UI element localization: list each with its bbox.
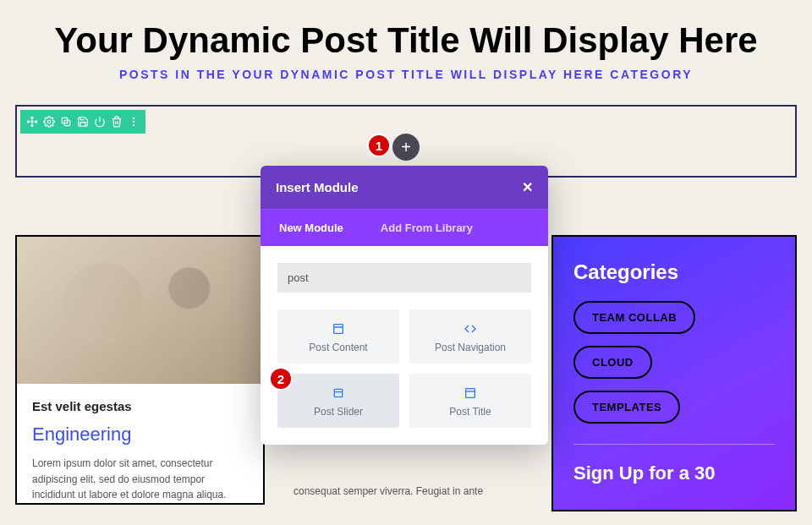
insert-module-modal: Insert Module ✕ New Module Add From Libr… xyxy=(261,166,548,445)
module-post-content[interactable]: Post Content xyxy=(277,309,399,364)
module-label: Post Title xyxy=(416,406,524,418)
svg-rect-11 xyxy=(466,389,475,398)
module-label: Post Content xyxy=(284,342,392,353)
module-search-input[interactable] xyxy=(277,263,531,293)
sidebar: Categories TEAM COLLAB CLOUD TEMPLATES S… xyxy=(551,235,797,511)
svg-point-5 xyxy=(133,121,134,123)
post-card[interactable]: Est velit egestas Engineering Lorem ipsu… xyxy=(15,235,265,505)
sidebar-heading: Categories xyxy=(573,260,775,284)
sidebar-divider xyxy=(573,444,775,445)
page-subtitle: POSTS IN THE YOUR DYNAMIC POST TITLE WIL… xyxy=(0,68,812,81)
modal-title: Insert Module xyxy=(276,180,359,194)
annotation-badge-1: 1 xyxy=(367,134,391,157)
trash-icon[interactable] xyxy=(108,113,125,130)
category-pill-cloud[interactable]: CLOUD xyxy=(573,346,652,379)
gear-icon[interactable] xyxy=(41,113,58,130)
close-icon[interactable]: ✕ xyxy=(522,179,533,195)
page-title: Your Dynamic Post Title Will Display Her… xyxy=(0,0,812,68)
module-post-slider[interactable]: 2 Post Slider xyxy=(277,374,399,428)
modal-tabs: New Module Add From Library xyxy=(261,209,548,246)
tab-add-from-library[interactable]: Add From Library xyxy=(362,210,491,246)
post-card-title: Est velit egestas xyxy=(32,399,248,413)
module-post-navigation[interactable]: Post Navigation xyxy=(409,309,531,364)
svg-point-6 xyxy=(133,124,134,126)
annotation-badge-2: 2 xyxy=(269,367,293,391)
category-pill-team-collab[interactable]: TEAM COLLAB xyxy=(573,301,695,334)
post-card-category[interactable]: Engineering xyxy=(32,424,248,446)
move-icon[interactable] xyxy=(24,113,41,130)
save-icon[interactable] xyxy=(74,113,91,130)
more-icon[interactable] xyxy=(125,113,142,130)
section-toolbar xyxy=(20,110,145,134)
power-icon[interactable] xyxy=(91,113,108,130)
post-navigation-icon xyxy=(463,321,478,336)
category-pill-templates[interactable]: TEMPLATES xyxy=(573,391,680,424)
add-module-button[interactable]: + xyxy=(392,134,420,161)
post-content-icon xyxy=(331,321,346,336)
tab-new-module[interactable]: New Module xyxy=(261,210,362,246)
svg-rect-9 xyxy=(334,389,342,396)
post-card-body: Lorem ipsum dolor sit amet, consectetur … xyxy=(32,456,248,503)
module-label: Post Navigation xyxy=(416,342,524,353)
module-label: Post Slider xyxy=(284,406,392,418)
svg-point-4 xyxy=(133,118,134,119)
post-title-icon xyxy=(463,386,478,401)
post-card-image xyxy=(17,237,263,384)
svg-rect-7 xyxy=(334,325,343,334)
sidebar-signup-heading: Sign Up for a 30 xyxy=(573,462,775,486)
duplicate-icon[interactable] xyxy=(58,113,74,130)
module-post-title[interactable]: Post Title xyxy=(409,374,531,428)
mid-column-text: consequat semper viverra. Feugiat in ant… xyxy=(283,484,533,500)
post-slider-icon xyxy=(331,386,346,401)
svg-point-0 xyxy=(47,120,51,123)
